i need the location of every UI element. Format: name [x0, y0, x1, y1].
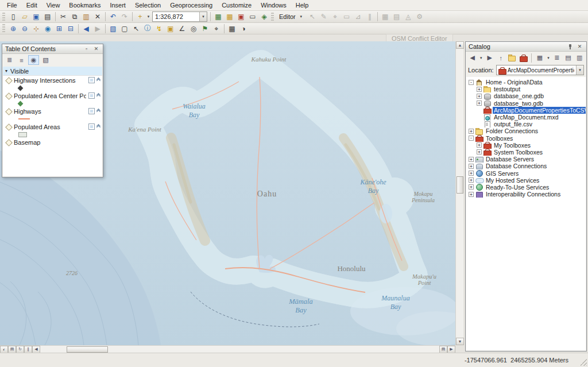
- create-features-icon[interactable]: ▦: [380, 11, 391, 22]
- map-horizontal-scrollbar[interactable]: ◐ ▤ ↻ ∥ ◀ ▤ ▶: [0, 345, 455, 353]
- forward-extent-icon[interactable]: ▶: [92, 24, 103, 34]
- contents-view-icon[interactable]: ▦: [535, 53, 545, 63]
- arctoolbox-icon[interactable]: ▣: [235, 11, 247, 22]
- catalog-pin-icon[interactable]: [566, 43, 574, 51]
- expand-toggle-icon[interactable]: -: [469, 136, 474, 141]
- tree-item-mxd[interactable]: ArcMap_Document.mxd: [466, 114, 586, 121]
- menu-file[interactable]: File: [2, 1, 22, 10]
- menu-insert[interactable]: Insert: [105, 1, 130, 10]
- go-to-xy-icon[interactable]: ⌖: [211, 24, 222, 34]
- layer-row[interactable]: Highway Intersections: [3, 76, 102, 84]
- zoom-out-icon[interactable]: ⊖: [19, 24, 30, 34]
- add-data-dropdown-icon[interactable]: ▾: [146, 14, 151, 19]
- expand-toggle-icon[interactable]: +: [469, 177, 474, 183]
- attributes-icon[interactable]: ▤: [391, 11, 403, 22]
- expand-toggle-icon[interactable]: +: [469, 192, 474, 197]
- expand-toggle-icon[interactable]: +: [469, 129, 474, 134]
- scroll-up-icon[interactable]: ▲: [456, 41, 464, 49]
- menu-windows[interactable]: Windows: [256, 1, 291, 10]
- tree-item-toolboxes[interactable]: - Toolboxes: [466, 135, 586, 142]
- sketch-properties-icon[interactable]: ⚙: [414, 11, 425, 22]
- tree-item-home[interactable]: - Home - Original\Data: [466, 79, 586, 86]
- trace-tool-icon[interactable]: ⌖: [330, 11, 341, 22]
- list-by-drawing-order-icon[interactable]: ≣: [4, 55, 15, 65]
- layer-icon[interactable]: [6, 109, 11, 114]
- layout-view-icon[interactable]: ▤: [8, 346, 16, 353]
- map-scale-combo[interactable]: 1:326,872 ▾: [152, 11, 207, 22]
- toc-visible-group[interactable]: ▾ Visible: [3, 67, 102, 76]
- list-by-visibility-icon[interactable]: ◉: [28, 55, 39, 65]
- fixed-zoom-in-icon[interactable]: ⊞: [53, 24, 65, 34]
- find-icon[interactable]: ◎: [188, 24, 199, 34]
- back-extent-icon[interactable]: ◀: [80, 24, 92, 34]
- modelbuilder-icon[interactable]: ◈: [258, 11, 270, 22]
- tree-item-gis-servers[interactable]: + GIS Servers: [466, 169, 586, 176]
- group-collapse-icon[interactable]: ▾: [5, 68, 7, 74]
- html-popup-icon[interactable]: ▣: [165, 24, 176, 34]
- collapse-chevrons-icon[interactable]: [97, 110, 100, 113]
- sketch-tool-icon[interactable]: ✎: [318, 11, 330, 22]
- expand-toggle-icon[interactable]: +: [477, 149, 482, 154]
- pan-icon[interactable]: ⊹: [30, 24, 42, 34]
- menu-selection[interactable]: Selection: [130, 1, 165, 10]
- collapse-chevrons-icon[interactable]: [97, 126, 100, 128]
- layer-swatch-icon[interactable]: [88, 123, 95, 130]
- print-icon[interactable]: ▤: [42, 11, 53, 22]
- toolbar-grip[interactable]: [271, 13, 274, 21]
- tree-item-database-one[interactable]: + database_one.gdb: [466, 92, 586, 99]
- layer-icon[interactable]: [6, 124, 11, 130]
- fixed-zoom-out-icon[interactable]: ⊟: [65, 24, 76, 34]
- layer-icon[interactable]: [6, 93, 11, 99]
- expand-toggle-icon[interactable]: +: [469, 171, 474, 176]
- map-vertical-scrollbar[interactable]: ▲ ▼: [455, 41, 463, 345]
- editor-menu[interactable]: Editor ▾: [276, 11, 307, 22]
- expand-toggle-icon[interactable]: +: [469, 157, 474, 162]
- toc-title-bar[interactable]: Table Of Contents ▫ ✕: [2, 44, 103, 54]
- new-document-icon[interactable]: ▯: [7, 11, 19, 22]
- resize-grip[interactable]: [580, 359, 587, 366]
- horizontal-scroll-thumb[interactable]: [67, 346, 108, 353]
- scroll-left-icon[interactable]: ◀: [32, 346, 40, 353]
- tree-item-database-servers[interactable]: + Database Servers: [466, 156, 586, 163]
- thumbnails-view-icon[interactable]: ▤: [563, 53, 574, 63]
- list-by-source-icon[interactable]: ≡: [16, 55, 27, 65]
- toc-close-icon[interactable]: ✕: [92, 45, 100, 53]
- paste-icon[interactable]: ▥: [80, 11, 92, 22]
- menu-customize[interactable]: Customize: [217, 1, 256, 10]
- find-route-icon[interactable]: ⚑: [199, 24, 211, 34]
- list-by-selection-icon[interactable]: ▧: [40, 55, 51, 65]
- layer-swatch-icon[interactable]: [88, 92, 95, 99]
- tree-item-database-two[interactable]: + database_two.gdb: [466, 100, 586, 107]
- catalog-title-bar[interactable]: Catalog ✕: [466, 42, 586, 52]
- snapping-icon[interactable]: ◬: [403, 11, 414, 22]
- data-view-icon[interactable]: ◐: [0, 346, 8, 353]
- save-icon[interactable]: ▣: [30, 11, 42, 22]
- edit-tool-icon[interactable]: ↖: [307, 11, 318, 22]
- layer-icon[interactable]: [6, 78, 11, 83]
- cut-polygons-icon[interactable]: ⊿: [353, 11, 364, 22]
- toc-float-icon[interactable]: ▫: [83, 45, 90, 53]
- tree-item-system-toolboxes[interactable]: + System Toolboxes: [466, 149, 586, 156]
- delete-icon[interactable]: ✕: [92, 11, 103, 22]
- refresh-view-icon[interactable]: ↻: [16, 346, 24, 353]
- copy-icon[interactable]: ⧉: [69, 11, 80, 22]
- tree-item-folder-connections[interactable]: + Folder Connections: [466, 128, 586, 134]
- time-slider-icon[interactable]: ◑: [238, 24, 249, 34]
- expand-toggle-icon[interactable]: +: [469, 184, 474, 190]
- identify-icon[interactable]: ⓘ: [142, 24, 153, 34]
- tree-item-ready-to-use[interactable]: + Ready-To-Use Services: [466, 184, 586, 191]
- measure-icon[interactable]: ∠: [176, 24, 188, 34]
- catalog-window-icon[interactable]: ▦: [224, 11, 235, 22]
- layer-swatch-icon[interactable]: [88, 108, 95, 114]
- rectangle-tool-icon[interactable]: ▭: [341, 11, 353, 22]
- tree-item-testoutput[interactable]: + testoutput: [466, 86, 586, 92]
- open-icon[interactable]: ▱: [19, 11, 30, 22]
- tree-item-my-hosted-services[interactable]: + My Hosted Services: [466, 177, 586, 184]
- layer-icon[interactable]: [6, 140, 11, 145]
- catalog-forward-icon[interactable]: ▶: [485, 53, 495, 63]
- catalog-back-icon[interactable]: ◀: [467, 53, 478, 63]
- new-toolbox-icon[interactable]: [519, 53, 529, 63]
- layer-row[interactable]: Populated Area Center Points: [3, 91, 102, 100]
- tree-item-database-connections[interactable]: + Database Connections: [466, 163, 586, 169]
- up-one-level-icon[interactable]: ↑: [496, 53, 506, 63]
